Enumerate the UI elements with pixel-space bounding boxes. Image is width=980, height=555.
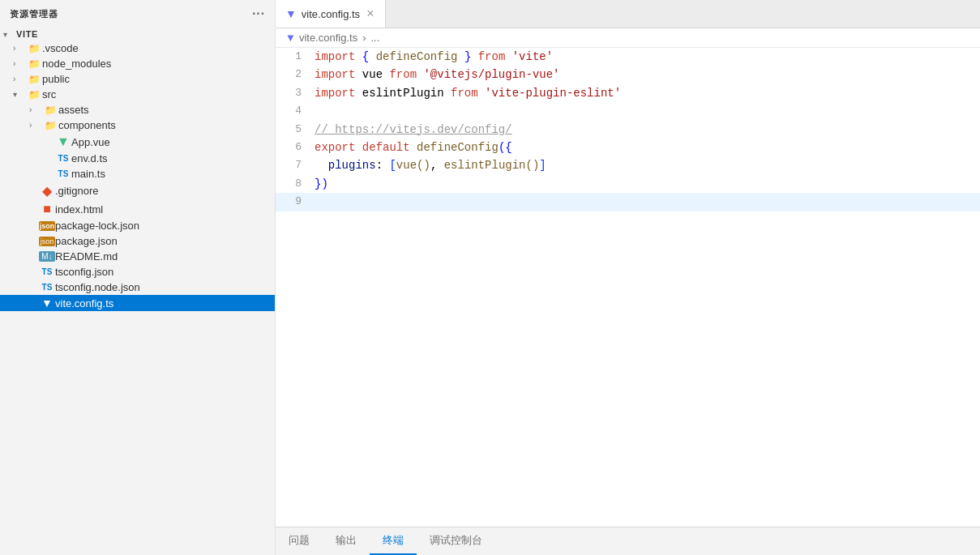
components-folder-icon: 📁 (42, 120, 58, 131)
line-num-7: 7 (276, 156, 315, 174)
html-label: index.html (55, 203, 103, 216)
src-label: src (42, 88, 56, 100)
breadcrumb-filename: vite.config.ts (299, 32, 357, 44)
code-line-3: 3 import eslintPlugin from 'vite-plugin-… (276, 84, 980, 102)
code-editor[interactable]: 1 import { defineConfig } from 'vite' 2 … (276, 48, 980, 527)
vite-config-icon: ▼ (39, 297, 55, 310)
tree-item-env-dts[interactable]: › TS env.d.ts (0, 151, 275, 166)
breadcrumb: ▼ vite.config.ts › ... (276, 28, 980, 48)
line-content-4 (315, 102, 980, 120)
breadcrumb-separator: › (362, 32, 366, 44)
tree-item-src[interactable]: ▾ 📁 src (0, 87, 275, 102)
sidebar-more-button[interactable]: ··· (252, 6, 265, 21)
tree-root[interactable]: ▾ VITE (0, 28, 275, 41)
tab-vite-config[interactable]: ▼ vite.config.ts × (276, 0, 386, 28)
components-label: components (58, 119, 116, 131)
tree-item-app-vue[interactable]: › ▼ App.vue (0, 133, 275, 151)
pkg-json-label: package.json (55, 235, 118, 247)
md-icon: M↓ (39, 251, 55, 262)
line-content-7: plugins: [vue(), eslintPlugin()] (315, 156, 980, 174)
tree-item-assets[interactable]: › 📁 assets (0, 102, 275, 117)
main-ts-label: main.ts (71, 168, 105, 180)
tree-item-vite-config[interactable]: › ▼ vite.config.ts (0, 295, 275, 311)
panel-tab-output-label: 输出 (336, 533, 357, 548)
line-content-8: }) (315, 175, 980, 193)
readme-label: README.md (55, 250, 118, 263)
tree-item-index-html[interactable]: › ■ index.html (0, 200, 275, 218)
code-line-6: 6 export default defineConfig({ (276, 139, 980, 156)
pkg-json-icon: json (39, 237, 55, 246)
panel-bar: 问题 输出 终端 调试控制台 (276, 527, 980, 555)
line-content-6: export default defineConfig({ (315, 139, 980, 156)
vscode-chevron: › (13, 44, 26, 53)
line-num-9: 9 (276, 193, 315, 211)
app-vue-label: App.vue (71, 136, 110, 148)
pkg-lock-icon: json (39, 221, 55, 231)
tsconfig-node-icon: TS (39, 283, 55, 292)
tree-item-tsconfig-node[interactable]: › TS tsconfig.node.json (0, 280, 275, 295)
tree-item-tsconfig[interactable]: › TS tsconfig.json (0, 264, 275, 280)
line-num-4: 4 (276, 102, 315, 120)
sidebar-title: 资源管理器 (10, 8, 58, 20)
panel-tab-problems[interactable]: 问题 (276, 527, 323, 555)
tree-item-gitignore[interactable]: › ◆ .gitignore (0, 181, 275, 200)
sidebar-header: 资源管理器 ··· (0, 0, 275, 28)
tree-item-package-lock[interactable]: › json package-lock.json (0, 218, 275, 233)
breadcrumb-icon: ▼ (285, 32, 296, 44)
line-num-2: 2 (276, 66, 315, 83)
env-dts-icon: TS (55, 154, 71, 163)
node-folder-icon: 📁 (26, 58, 42, 70)
line-content-1: import { defineConfig } from 'vite' (315, 48, 980, 66)
node-chevron: › (13, 59, 26, 68)
tree-item-package-json[interactable]: › json package.json (0, 233, 275, 249)
public-chevron: › (13, 75, 26, 83)
public-label: public (42, 73, 70, 85)
line-num-5: 5 (276, 121, 315, 139)
app-vue-icon: ▼ (55, 134, 71, 149)
panel-tab-debug[interactable]: 调试控制台 (417, 527, 495, 555)
tsconfig-node-label: tsconfig.node.json (55, 281, 140, 293)
env-dts-label: env.d.ts (71, 152, 108, 164)
code-line-8: 8 }) (276, 175, 980, 193)
src-folder-icon: 📁 (26, 89, 42, 100)
tree-item-vscode[interactable]: › 📁 .vscode (0, 41, 275, 56)
file-tree: ▾ VITE › 📁 .vscode › 📁 node_modules › 📁 … (0, 28, 275, 555)
public-folder-icon: 📁 (26, 74, 42, 85)
tab-bar: ▼ vite.config.ts × (276, 0, 980, 28)
tree-item-readme[interactable]: › M↓ README.md (0, 249, 275, 264)
tree-item-components[interactable]: › 📁 components (0, 117, 275, 133)
tree-item-node-modules[interactable]: › 📁 node_modules (0, 56, 275, 71)
components-chevron: › (29, 121, 42, 130)
html-icon: ■ (39, 202, 55, 216)
app-container: 资源管理器 ··· ▾ VITE › 📁 .vscode › 📁 node_mo… (0, 0, 980, 555)
gitignore-icon: ◆ (39, 183, 55, 199)
node-label: node_modules (42, 58, 111, 70)
line-content-9 (315, 193, 980, 211)
root-chevron: ▾ (3, 30, 16, 39)
editor-area: ▼ vite.config.ts × ▼ vite.config.ts › ..… (276, 0, 980, 555)
line-num-3: 3 (276, 84, 315, 102)
vscode-label: .vscode (42, 42, 79, 54)
assets-folder-icon: 📁 (42, 105, 58, 116)
code-line-1: 1 import { defineConfig } from 'vite' (276, 48, 980, 66)
pkg-lock-label: package-lock.json (55, 220, 139, 232)
panel-tab-terminal[interactable]: 终端 (370, 527, 417, 555)
vscode-folder-icon: 📁 (26, 43, 42, 54)
panel-tab-output[interactable]: 输出 (323, 527, 370, 555)
line-num-1: 1 (276, 48, 315, 66)
code-line-2: 2 import vue from '@vitejs/plugin-vue' (276, 66, 980, 83)
tree-item-main-ts[interactable]: › TS main.ts (0, 166, 275, 181)
main-ts-icon: TS (55, 169, 71, 178)
tab-label: vite.config.ts (302, 8, 360, 20)
tab-close-button[interactable]: × (365, 7, 375, 20)
code-line-9: 9 (276, 193, 980, 211)
tree-item-public[interactable]: › 📁 public (0, 71, 275, 87)
assets-label: assets (58, 104, 89, 116)
code-line-4: 4 (276, 102, 980, 120)
panel-tab-terminal-label: 终端 (383, 533, 404, 548)
line-content-3: import eslintPlugin from 'vite-plugin-es… (315, 84, 980, 102)
line-content-5: // https://vitejs.dev/config/ (315, 121, 980, 139)
src-chevron: ▾ (13, 90, 26, 99)
root-label: VITE (16, 29, 38, 39)
panel-tab-problems-label: 问题 (289, 533, 310, 548)
